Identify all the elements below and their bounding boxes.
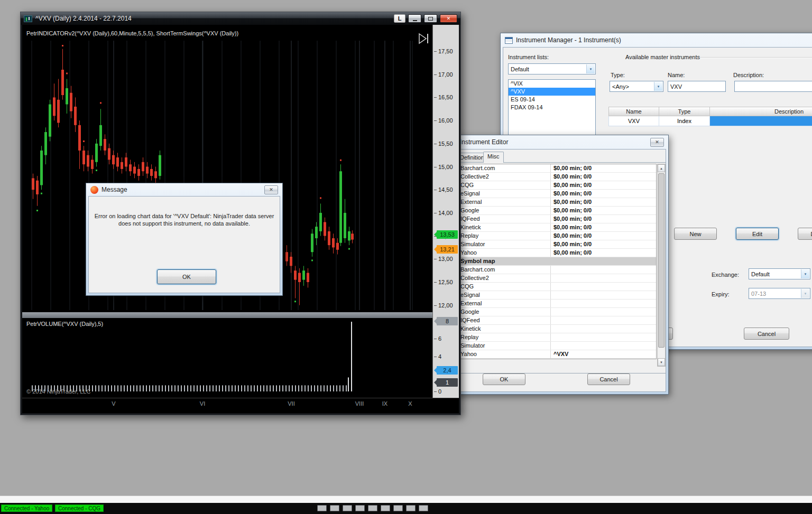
taskbar-item[interactable] — [393, 505, 403, 511]
provider-row[interactable]: Kinetick — [458, 325, 656, 333]
link-button[interactable]: L — [394, 14, 405, 23]
provider-value[interactable] — [551, 342, 656, 350]
chart-window-titlebar[interactable]: ^VXV (Daily) 2.4.2014 - 22.7.2014 L — [21, 12, 460, 25]
instrument-list-dropdown[interactable]: Default — [508, 63, 596, 74]
taskbar-item[interactable] — [355, 505, 365, 511]
provider-row[interactable]: External$0,00 min; 0/0 — [458, 198, 656, 207]
instrument-list-item[interactable]: ^VXV — [509, 88, 595, 96]
provider-row[interactable]: Simulator$0,00 min; 0/0 — [458, 240, 656, 249]
taskbar-item[interactable] — [368, 505, 377, 511]
ok-button[interactable]: OK — [157, 269, 216, 284]
chevron-down-icon[interactable] — [586, 64, 595, 73]
editor-ok-button[interactable]: OK — [483, 373, 525, 385]
provider-value[interactable] — [551, 333, 656, 341]
provider-value[interactable]: $0,00 min; 0/0 — [551, 164, 656, 172]
provider-row[interactable]: Replay — [458, 333, 656, 342]
provider-row[interactable]: Google$0,00 min; 0/0 — [458, 207, 656, 215]
table-scrollbar[interactable] — [657, 164, 666, 367]
taskbar-item[interactable] — [381, 505, 390, 511]
provider-value[interactable] — [551, 308, 656, 316]
close-icon[interactable] — [650, 138, 664, 147]
provider-row[interactable]: Google — [458, 308, 656, 316]
instrument-list-item[interactable]: ^VIX — [509, 80, 595, 88]
provider-value[interactable]: $0,00 min; 0/0 — [551, 232, 656, 240]
provider-row[interactable]: Barchart.com — [458, 266, 656, 274]
instrument-manager-titlebar[interactable]: Instrument Manager - 1 Instrument(s) — [501, 33, 812, 47]
provider-value[interactable] — [551, 283, 656, 291]
chevron-down-icon[interactable] — [654, 82, 662, 91]
name-filter-input[interactable]: VXV — [668, 81, 726, 92]
manager-cancel-button[interactable]: Cancel — [744, 328, 789, 340]
provider-row[interactable]: Kinetick$0,00 min; 0/0 — [458, 223, 656, 232]
instrument-list-item[interactable]: FDAX 09-14 — [509, 104, 595, 111]
provider-value[interactable] — [551, 300, 656, 307]
provider-value[interactable]: $0,00 min; 0/0 — [551, 240, 656, 248]
cell-type[interactable]: Index — [659, 116, 710, 126]
provider-value[interactable] — [551, 274, 656, 282]
editor-cancel-button[interactable]: Cancel — [587, 373, 630, 385]
symbol-map-header-row[interactable]: Symbol map — [458, 257, 656, 266]
provider-value[interactable]: $0,00 min; 0/0 — [551, 198, 656, 206]
provider-value[interactable] — [551, 291, 656, 299]
time-axis[interactable]: VVIVIIVIIIIXX — [22, 398, 459, 413]
taskbar-item[interactable] — [406, 505, 416, 511]
provider-value[interactable]: $0,00 min; 0/0 — [551, 173, 656, 181]
provider-row[interactable]: IQFeed — [458, 316, 656, 325]
cell-description[interactable] — [710, 116, 812, 126]
provider-row[interactable]: Yahoo$0,00 min; 0/0 — [458, 249, 656, 257]
edit-button[interactable]: Edit — [736, 228, 779, 240]
message-dialog-titlebar[interactable]: Message — [86, 183, 282, 196]
type-filter-dropdown[interactable]: <Any> — [610, 81, 663, 92]
provider-value[interactable]: ^VXV — [551, 350, 656, 358]
instrument-list-item[interactable]: ES 09-14 — [509, 96, 595, 104]
chevron-down-icon[interactable] — [801, 269, 809, 278]
provider-row[interactable]: Replay$0,00 min; 0/0 — [458, 232, 656, 240]
column-header-description[interactable]: Description — [710, 107, 812, 116]
provider-row[interactable]: External — [458, 300, 656, 308]
panel-splitter[interactable] — [22, 312, 432, 318]
instrument-editor-titlebar[interactable]: Instrument Editor — [453, 135, 668, 149]
provider-row[interactable]: Collective2$0,00 min; 0/0 — [458, 173, 656, 181]
provider-value[interactable]: $0,00 min; 0/0 — [551, 223, 656, 231]
provider-value[interactable]: $0,00 min; 0/0 — [551, 215, 656, 223]
price-axis[interactable]: 17,5017,0016,5016,0015,5015,0014,5014,00… — [432, 25, 459, 398]
tab-misc[interactable]: Misc — [483, 152, 504, 163]
expiry-dropdown[interactable]: 07-13 — [749, 288, 810, 299]
provider-value[interactable]: $0,00 min; 0/0 — [551, 190, 656, 198]
provider-row[interactable]: CQG$0,00 min; 0/0 — [458, 181, 656, 190]
taskbar-item[interactable] — [343, 505, 352, 511]
scroll-up-icon[interactable] — [658, 164, 665, 172]
maximize-button[interactable] — [424, 14, 437, 23]
new-button[interactable]: New — [674, 228, 717, 240]
provider-value[interactable]: $0,00 min; 0/0 — [551, 181, 656, 189]
minimize-button[interactable] — [408, 14, 421, 23]
provider-value[interactable]: $0,00 min; 0/0 — [551, 207, 656, 214]
taskbar-item[interactable] — [330, 505, 339, 511]
provider-value[interactable]: $0,00 min; 0/0 — [551, 249, 656, 257]
provider-row[interactable]: Yahoo^VXV — [458, 350, 656, 359]
scrollbar-thumb[interactable] — [658, 173, 665, 348]
scroll-down-icon[interactable] — [658, 358, 665, 366]
close-icon[interactable] — [264, 185, 278, 194]
close-button[interactable] — [440, 14, 457, 23]
provider-row[interactable]: IQFeed$0,00 min; 0/0 — [458, 215, 656, 223]
exchange-dropdown[interactable]: Default — [749, 268, 810, 279]
cell-name[interactable]: VXV — [608, 116, 659, 126]
taskbar-item[interactable] — [419, 505, 428, 511]
taskbar-item[interactable] — [317, 505, 327, 511]
provider-value[interactable] — [551, 325, 656, 333]
column-header-type[interactable]: Type — [659, 107, 710, 116]
description-filter-input[interactable] — [734, 81, 812, 92]
provider-value[interactable] — [551, 316, 656, 324]
chevron-down-icon[interactable] — [801, 289, 809, 298]
provider-row[interactable]: eSignal$0,00 min; 0/0 — [458, 190, 656, 198]
column-header-name[interactable]: Name — [608, 107, 659, 116]
provider-row[interactable]: Barchart.com$0,00 min; 0/0 — [458, 164, 656, 173]
provider-row[interactable]: Simulator — [458, 342, 656, 350]
delete-button[interactable]: Delete — [798, 228, 812, 240]
provider-value[interactable] — [551, 266, 656, 274]
playback-icon[interactable] — [418, 32, 430, 45]
table-row[interactable]: VXV Index — [608, 116, 812, 126]
provider-row[interactable]: eSignal — [458, 291, 656, 300]
provider-row[interactable]: Collective2 — [458, 274, 656, 283]
